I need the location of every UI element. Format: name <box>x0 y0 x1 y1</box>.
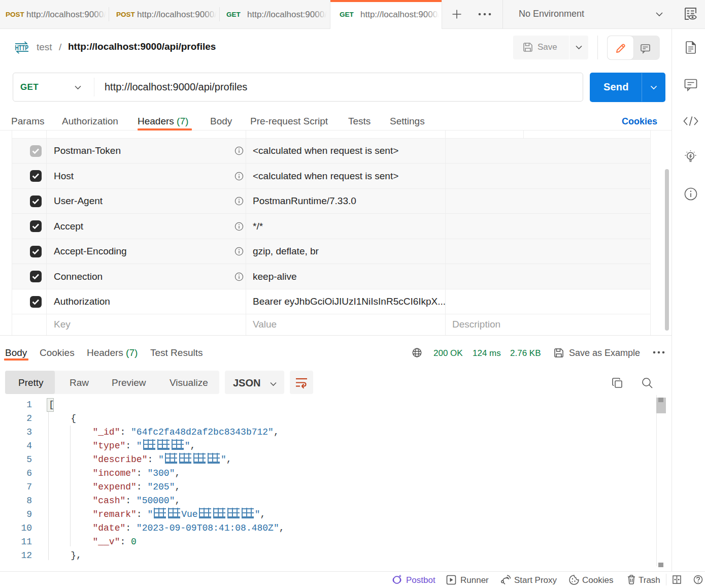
svg-text:HTTP: HTTP <box>15 44 29 52</box>
